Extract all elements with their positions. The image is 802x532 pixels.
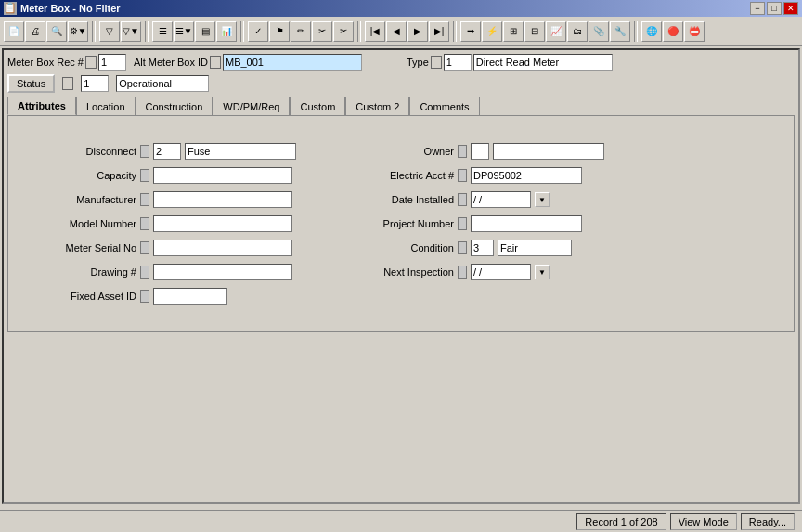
drawing-label: Drawing # bbox=[34, 266, 136, 278]
first-record-button[interactable]: |◀ bbox=[365, 21, 385, 42]
disconnect-label: Disconnect bbox=[34, 146, 136, 157]
tools-button[interactable]: 🔧 bbox=[610, 21, 630, 42]
electric-acct-label: Electric Acct # bbox=[352, 170, 454, 181]
rec-input[interactable] bbox=[98, 54, 126, 71]
grid-button[interactable]: ⊞ bbox=[503, 21, 524, 42]
nav-tools: |◀ ◀ ▶ ▶| bbox=[365, 21, 449, 42]
status-num-input[interactable] bbox=[81, 75, 109, 92]
date-installed-row: Date Installed ▼ bbox=[352, 190, 604, 209]
electric-acct-input[interactable] bbox=[471, 167, 582, 184]
edit-button[interactable]: ✏ bbox=[291, 21, 311, 42]
next-inspection-dropdown[interactable]: ▼ bbox=[535, 265, 550, 279]
fixed-asset-label: Fixed Asset ID bbox=[34, 291, 136, 302]
status-value-input[interactable] bbox=[116, 75, 209, 92]
grid2-button[interactable]: ⊟ bbox=[524, 21, 545, 42]
list-view-button[interactable]: ☰ bbox=[152, 21, 173, 42]
tab-custom[interactable]: Custom bbox=[290, 97, 345, 115]
electric-acct-indicator bbox=[458, 169, 467, 182]
model-number-input[interactable] bbox=[153, 215, 292, 232]
view-dropdown[interactable]: ☰▼ bbox=[174, 21, 194, 42]
detail-view-button[interactable]: ▤ bbox=[195, 21, 215, 42]
owner-num-input[interactable] bbox=[471, 143, 489, 160]
extra2-button[interactable]: 🔴 bbox=[663, 21, 683, 42]
sep6 bbox=[634, 21, 638, 42]
rec-label: Meter Box Rec # bbox=[7, 57, 84, 68]
owner-value-input[interactable] bbox=[493, 143, 604, 160]
tab-construction[interactable]: Construction bbox=[136, 97, 213, 115]
lightning-button[interactable]: ⚡ bbox=[482, 21, 502, 42]
sep3 bbox=[240, 21, 244, 42]
condition-indicator bbox=[458, 241, 467, 254]
ready-panel: Ready... bbox=[741, 513, 795, 530]
prev-record-button[interactable]: ◀ bbox=[386, 21, 407, 42]
project-number-row: Project Number bbox=[352, 214, 604, 233]
next-inspection-input[interactable] bbox=[471, 264, 531, 280]
delete-button[interactable]: ✂ bbox=[312, 21, 332, 42]
meter-serial-input[interactable] bbox=[153, 240, 292, 256]
disconnect-value-input[interactable] bbox=[185, 143, 296, 160]
meter-serial-indicator bbox=[140, 241, 149, 254]
filter-dropdown[interactable]: ▽▼ bbox=[121, 21, 141, 42]
condition-num-input[interactable] bbox=[471, 240, 494, 256]
condition-row: Condition bbox=[352, 239, 604, 257]
manufacturer-indicator bbox=[140, 193, 149, 206]
fixed-asset-input[interactable] bbox=[153, 288, 227, 305]
capacity-row: Capacity bbox=[34, 166, 296, 185]
disconnect-row: Disconnect bbox=[34, 142, 296, 161]
action-tools: ➡ ⚡ ⊞ ⊟ 📈 🗂 📎 🔧 bbox=[460, 21, 630, 42]
tab-attributes[interactable]: Attributes bbox=[7, 97, 76, 115]
date-installed-input[interactable] bbox=[471, 191, 531, 208]
search-button[interactable]: 🔍 bbox=[46, 21, 67, 42]
check-button[interactable]: ✓ bbox=[248, 21, 268, 42]
attach-button[interactable]: 📎 bbox=[589, 21, 609, 42]
table-button[interactable]: 🗂 bbox=[567, 21, 588, 42]
status-button[interactable]: Status bbox=[7, 74, 55, 93]
filter-button[interactable]: ▽ bbox=[99, 21, 120, 42]
manufacturer-row: Manufacturer bbox=[34, 190, 296, 209]
project-number-input[interactable] bbox=[471, 215, 582, 232]
tab-location[interactable]: Location bbox=[76, 97, 136, 115]
new-button[interactable]: 📄 bbox=[4, 21, 24, 42]
cut-button[interactable]: ✂ bbox=[333, 21, 354, 42]
capacity-input[interactable] bbox=[153, 167, 292, 184]
type-value-input[interactable] bbox=[473, 54, 613, 71]
alt-id-input[interactable] bbox=[223, 54, 362, 71]
status-row: Status bbox=[7, 74, 795, 93]
sep4 bbox=[357, 21, 361, 42]
dropdown-btn[interactable]: ⚙▼ bbox=[68, 21, 88, 42]
date-installed-dropdown[interactable]: ▼ bbox=[535, 192, 550, 207]
tab-wdpmreq[interactable]: WD/PM/Req bbox=[213, 97, 290, 115]
manufacturer-input[interactable] bbox=[153, 191, 292, 208]
type-num-input[interactable] bbox=[444, 54, 472, 71]
form-container: Disconnect Capacity Manufacturer bbox=[16, 123, 786, 324]
drawing-input[interactable] bbox=[153, 264, 292, 280]
extra1-button[interactable]: 🌐 bbox=[641, 21, 662, 42]
rec-num-group: Meter Box Rec # bbox=[7, 54, 126, 71]
alt-id-label: Alt Meter Box ID bbox=[134, 57, 208, 68]
alt-id-group: Alt Meter Box ID bbox=[134, 54, 362, 71]
minimize-button[interactable]: − bbox=[750, 2, 765, 15]
print-button[interactable]: 🖨 bbox=[25, 21, 45, 42]
next-inspection-label: Next Inspection bbox=[352, 266, 454, 278]
chart-button[interactable]: 📈 bbox=[546, 21, 566, 42]
alt-id-indicator bbox=[210, 56, 221, 69]
report-button[interactable]: 📊 bbox=[216, 21, 237, 42]
date-installed-indicator bbox=[458, 193, 467, 206]
extra3-button[interactable]: 📛 bbox=[684, 21, 705, 42]
fixed-asset-row: Fixed Asset ID bbox=[34, 287, 296, 305]
condition-value-input[interactable] bbox=[498, 240, 572, 256]
date-installed-label: Date Installed bbox=[352, 194, 454, 205]
flag-button[interactable]: ⚑ bbox=[269, 21, 290, 42]
tab-custom2[interactable]: Custom 2 bbox=[345, 97, 409, 115]
next-record-button[interactable]: ▶ bbox=[407, 21, 428, 42]
arrow-right-button[interactable]: ➡ bbox=[460, 21, 481, 42]
type-label: Type bbox=[407, 57, 429, 68]
last-record-button[interactable]: ▶| bbox=[429, 21, 449, 42]
sep2 bbox=[145, 21, 149, 42]
maximize-button[interactable]: □ bbox=[767, 2, 782, 15]
disconnect-num-input[interactable] bbox=[153, 143, 181, 160]
status-bar: Record 1 of 208 View Mode Ready... bbox=[0, 510, 802, 532]
disconnect-indicator bbox=[140, 145, 149, 158]
close-button[interactable]: ✕ bbox=[783, 2, 798, 15]
tab-comments[interactable]: Comments bbox=[409, 97, 479, 115]
